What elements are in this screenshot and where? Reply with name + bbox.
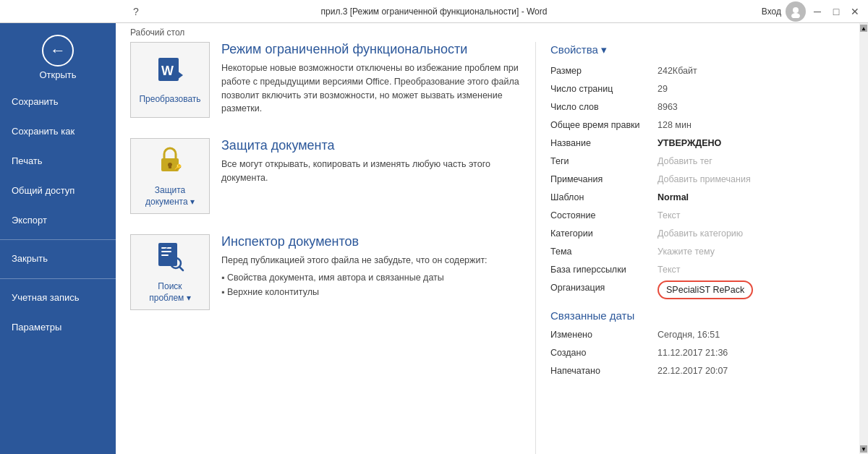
prop-label-1: Число страниц (550, 82, 658, 96)
compatibility-desc: Некоторые новые возможности отключены во… (221, 61, 521, 116)
prop-row-9: КатегорииДобавить категорию (550, 226, 845, 241)
title-bar: ? прил.3 [Режим ограниченной функциональ… (0, 0, 868, 23)
sidebar-item-close[interactable]: Закрыть (0, 244, 116, 274)
prop-value-8[interactable]: Текст (658, 208, 845, 223)
sidebar-item-save-as[interactable]: Сохранить как (0, 117, 116, 147)
prop-label-9: Категории (550, 226, 658, 241)
date-label-2: Напечатано (550, 364, 658, 378)
date-row-0: ИзмененоСегодня, 16:51 (550, 327, 845, 342)
sidebar: ← Открыть Сохранить Сохранить как Печать… (0, 23, 116, 454)
prop-value-3: 128 мин (658, 118, 845, 132)
prop-row-5: ТегиДобавить тег (550, 154, 845, 168)
prop-label-11: База гиперссылки (550, 262, 658, 277)
prop-label-0: Размер (550, 64, 658, 78)
org-highlight: SРecialiST RePack (658, 280, 753, 299)
inspect-label: Поискпроблем ▾ (149, 281, 190, 304)
prop-row-12: ОрганизацияSРecialiST RePack (550, 280, 845, 299)
help-button[interactable]: ? (129, 4, 143, 19)
back-circle-icon: ← (42, 35, 74, 67)
sidebar-item-print[interactable]: Печать (0, 147, 116, 176)
svg-rect-14 (161, 254, 169, 256)
word-icon: W (156, 55, 184, 90)
sidebar-item-settings[interactable]: Параметры (0, 313, 116, 343)
protect-title: Защита документа (221, 138, 521, 153)
prop-row-3: Общее время правки128 мин (550, 118, 845, 132)
sidebar-item-export[interactable]: Экспорт (0, 206, 116, 236)
prop-value-0: 242Кбайт (658, 64, 845, 78)
prop-label-7: Шаблон (550, 190, 658, 205)
prop-row-11: База гиперссылкиТекст (550, 262, 845, 277)
convert-label: Преобразовать (139, 94, 200, 106)
sidebar-item-share[interactable]: Общий доступ (0, 176, 116, 206)
inspect-list-item: Свойства документа, имя автора и связанн… (221, 270, 521, 285)
properties-panel: Свойства ▾ Размер242КбайтЧисло страниц29… (535, 42, 859, 454)
actions-panel: W Преобразовать Режим ограниченной функц… (116, 42, 535, 454)
date-row-1: Создано11.12.2017 21:36 (550, 346, 845, 360)
prop-value-1: 29 (658, 82, 845, 96)
inspect-button[interactable]: ✓ Поискпроблем ▾ (130, 234, 210, 310)
prop-label-6: Примечания (550, 172, 658, 187)
avatar (786, 1, 806, 22)
properties-title: Свойства ▾ (550, 43, 845, 56)
prop-label-12: Организация (550, 280, 658, 299)
prop-label-2: Число слов (550, 100, 658, 114)
prop-label-10: Тема (550, 244, 658, 259)
prop-row-10: ТемаУкажите тему (550, 244, 845, 259)
svg-point-1 (791, 13, 800, 18)
prop-row-6: ПримечанияДобавить примечания (550, 172, 845, 187)
scrollbar[interactable]: ▲ ▼ (859, 23, 868, 454)
protect-desc: Все могут открывать, копировать и изменя… (221, 158, 521, 185)
lock-icon: 🔑 (154, 144, 186, 182)
prop-value-2: 8963 (658, 100, 845, 114)
prop-value-11[interactable]: Текст (658, 262, 845, 277)
dates-section-title: Связанные даты (550, 309, 845, 322)
window-title: прил.3 [Режим ограниченной функционально… (150, 7, 718, 17)
prop-label-8: Состояние (550, 208, 658, 223)
prop-value-9[interactable]: Добавить категорию (658, 226, 845, 241)
prop-value-12: SРecialiST RePack (658, 280, 845, 299)
close-button[interactable]: ✕ (848, 4, 862, 19)
date-label-0: Изменено (550, 327, 658, 342)
svg-line-16 (179, 267, 183, 270)
compatibility-title: Режим ограниченной функциональности (221, 42, 521, 57)
date-row-2: Напечатано22.12.2017 20:07 (550, 364, 845, 378)
inspect-section: ✓ Поискпроблем ▾ Инспектор документов Пе… (130, 234, 521, 317)
compatibility-section: W Преобразовать Режим ограниченной функц… (130, 42, 521, 125)
svg-rect-8 (169, 165, 171, 168)
inspect-title: Инспектор документов (221, 234, 521, 249)
svg-point-0 (793, 7, 799, 13)
back-label: Открыть (39, 69, 76, 80)
content-area: Рабочий стол W П (116, 23, 859, 454)
sidebar-item-save[interactable]: Сохранить (0, 87, 116, 117)
protect-button[interactable]: 🔑 Защитадокумента ▾ (130, 138, 210, 214)
breadcrumb: Рабочий стол (116, 23, 859, 42)
protect-section: 🔑 Защитадокумента ▾ Защита документа Все… (130, 138, 521, 221)
date-label-1: Создано (550, 346, 658, 360)
prop-value-6[interactable]: Добавить примечания (658, 172, 845, 187)
convert-button[interactable]: W Преобразовать (130, 42, 210, 118)
prop-label-3: Общее время правки (550, 118, 658, 132)
prop-row-2: Число слов8963 (550, 100, 845, 114)
date-value-1: 11.12.2017 21:36 (658, 346, 845, 360)
prop-value-7: Normal (658, 190, 845, 205)
minimize-button[interactable]: ─ (810, 4, 825, 19)
svg-text:🔑: 🔑 (174, 163, 182, 171)
protect-content: Защита документа Все могут открывать, ко… (221, 138, 521, 185)
inspect-content: Инспектор документов Перед публикацией э… (221, 234, 521, 299)
back-button[interactable]: ← Открыть (0, 23, 116, 87)
search-doc-icon: ✓ (154, 240, 186, 278)
inspect-list-item-2: Верхние колонтитулы (221, 285, 521, 299)
prop-value-4: УТВЕРЖДЕНО (658, 136, 845, 150)
date-value-2: 22.12.2017 20:07 (658, 364, 845, 378)
prop-value-5[interactable]: Добавить тег (658, 154, 845, 168)
login-button[interactable]: Вход (762, 7, 781, 17)
prop-row-0: Размер242Кбайт (550, 64, 845, 78)
sidebar-item-account[interactable]: Учетная запись (0, 283, 116, 313)
maximize-button[interactable]: □ (829, 4, 843, 19)
protect-label: Защитадокумента ▾ (145, 185, 195, 207)
prop-label-4: Название (550, 136, 658, 150)
inspect-desc: Перед публикацией этого файла не забудьт… (221, 254, 521, 267)
prop-row-1: Число страниц29 (550, 82, 845, 96)
prop-row-4: НазваниеУТВЕРЖДЕНО (550, 136, 845, 150)
prop-value-10[interactable]: Укажите тему (658, 244, 845, 259)
